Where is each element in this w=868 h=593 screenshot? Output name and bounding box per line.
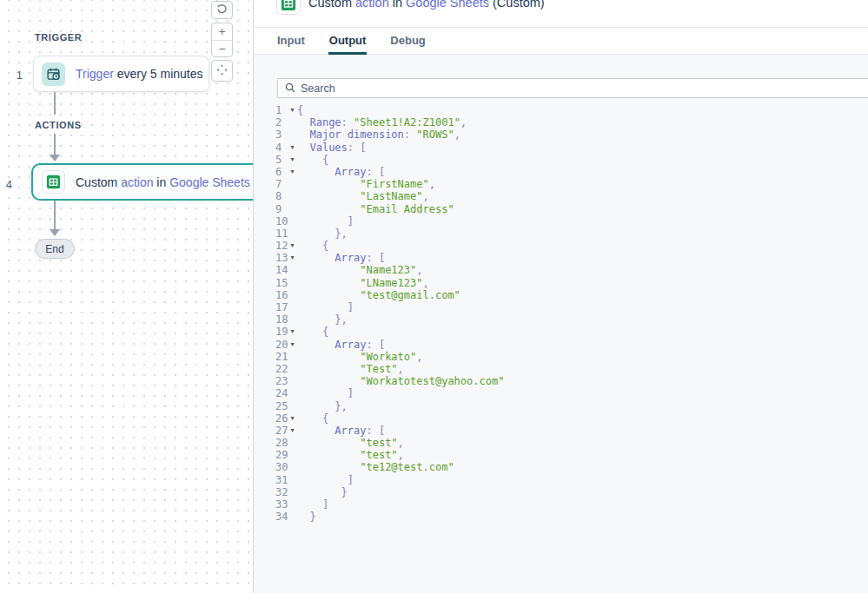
link-text[interactable]: Trigger bbox=[76, 67, 114, 81]
line-number: 11 bbox=[254, 227, 288, 240]
code-text: Array: [ bbox=[297, 425, 385, 437]
code-line: 29 "test", bbox=[254, 449, 868, 461]
search-input[interactable] bbox=[301, 82, 822, 95]
code-line: 24 ] bbox=[254, 387, 868, 399]
line-number: 16 bbox=[254, 289, 288, 301]
connector-line bbox=[54, 134, 56, 155]
json-output-viewer: 1▾{2 Range: "Sheet1!A2:Z1001",3 Major di… bbox=[254, 104, 868, 523]
line-number: 24 bbox=[254, 387, 288, 399]
code-line: 27▾ Array: [ bbox=[254, 425, 868, 437]
plain-text: Custom bbox=[308, 0, 355, 10]
code-text: Values: [ bbox=[297, 142, 367, 154]
line-number: 26 bbox=[254, 412, 288, 425]
tab-debug[interactable]: Debug bbox=[389, 28, 426, 55]
arrow-spacer bbox=[288, 375, 297, 387]
code-line: 13▾ Array: [ bbox=[254, 252, 868, 264]
collapse-arrow-icon[interactable]: ▾ bbox=[288, 425, 297, 437]
code-text: } bbox=[297, 511, 316, 523]
code-line: 20▾ Array: [ bbox=[254, 339, 868, 351]
zoom-out-button[interactable]: − bbox=[212, 41, 232, 57]
code-text: "Name123", bbox=[297, 264, 423, 276]
google-sheets-icon bbox=[42, 170, 65, 194]
link-text[interactable]: action bbox=[121, 175, 153, 189]
plain-text: in bbox=[153, 175, 169, 189]
reset-zoom-button[interactable] bbox=[211, 1, 233, 19]
code-text: "Test", bbox=[297, 363, 404, 375]
arrow-spacer bbox=[288, 351, 297, 363]
code-line: 5▾ { bbox=[254, 154, 868, 166]
reset-zoom-icon bbox=[216, 3, 228, 18]
line-number: 21 bbox=[254, 351, 288, 363]
google-sheets-icon bbox=[276, 0, 301, 15]
line-number: 15 bbox=[254, 277, 288, 289]
line-number: 8 bbox=[254, 190, 288, 202]
trigger-node-label: Trigger every 5 minutes bbox=[76, 67, 203, 81]
move-icon bbox=[216, 63, 228, 79]
code-line: 17 ] bbox=[254, 301, 868, 313]
code-text: "LName123", bbox=[297, 277, 429, 289]
code-text: { bbox=[297, 240, 328, 252]
arrow-spacer bbox=[288, 461, 297, 473]
code-line: 2 Range: "Sheet1!A2:Z1001", bbox=[254, 116, 868, 128]
plain-text: Custom bbox=[76, 175, 121, 189]
code-line: 3 Major dimension: "ROWS", bbox=[254, 128, 868, 141]
code-text: "FirstName", bbox=[297, 178, 435, 190]
line-number: 6 bbox=[254, 166, 288, 178]
arrow-spacer bbox=[288, 289, 297, 301]
collapse-arrow-icon[interactable]: ▾ bbox=[288, 166, 297, 178]
trigger-step-number: 1 bbox=[7, 69, 23, 82]
end-node: End bbox=[35, 239, 75, 259]
connector-arrow bbox=[50, 155, 60, 161]
action-node-selected[interactable]: Custom action in Google Sheets (Custom) bbox=[31, 163, 253, 201]
connector-line bbox=[54, 92, 56, 115]
code-text: ] bbox=[297, 301, 354, 313]
line-number: 1 bbox=[254, 104, 288, 116]
plain-text: every 5 minutes bbox=[114, 67, 203, 81]
link-text[interactable]: Google Sheets bbox=[406, 0, 489, 10]
collapse-arrow-icon[interactable]: ▾ bbox=[288, 252, 297, 264]
trigger-node[interactable]: Trigger every 5 minutes bbox=[33, 56, 209, 92]
workflow-canvas[interactable]: + − TRIGGER 1 bbox=[0, 0, 253, 593]
collapse-arrow-icon[interactable]: ▾ bbox=[288, 154, 297, 166]
line-number: 4 bbox=[254, 142, 288, 154]
code-text: }, bbox=[297, 227, 348, 240]
code-line: 21 "Workato", bbox=[254, 351, 868, 363]
move-node-button[interactable] bbox=[211, 60, 233, 82]
arrow-spacer bbox=[288, 215, 297, 227]
code-text: "Email Address" bbox=[297, 203, 454, 215]
collapse-arrow-icon[interactable]: ▾ bbox=[288, 339, 297, 351]
line-number: 10 bbox=[254, 215, 288, 227]
collapse-arrow-icon[interactable]: ▾ bbox=[288, 326, 297, 338]
arrow-spacer bbox=[288, 437, 297, 449]
code-text: "test", bbox=[297, 437, 404, 449]
link-text[interactable]: action bbox=[355, 0, 389, 10]
code-text: ] bbox=[297, 387, 354, 399]
code-line: 9 "Email Address" bbox=[254, 203, 868, 215]
collapse-arrow-icon[interactable]: ▾ bbox=[288, 104, 297, 116]
step-details-panel: Custom action in Google Sheets (Custom) … bbox=[253, 0, 868, 593]
code-text: "te12@test.com" bbox=[297, 461, 454, 473]
line-number: 27 bbox=[254, 425, 288, 437]
line-number: 7 bbox=[254, 178, 288, 190]
action-step-number: 4 bbox=[0, 178, 12, 191]
collapse-arrow-icon[interactable]: ▾ bbox=[288, 142, 297, 154]
connector-line bbox=[54, 201, 56, 229]
line-number: 3 bbox=[254, 128, 288, 141]
code-text: { bbox=[297, 154, 328, 166]
code-text: { bbox=[297, 412, 328, 425]
collapse-arrow-icon[interactable]: ▾ bbox=[288, 412, 297, 425]
collapse-arrow-icon[interactable]: ▾ bbox=[288, 240, 297, 252]
code-line: 14 "Name123", bbox=[254, 264, 868, 276]
trigger-section-label: TRIGGER bbox=[35, 32, 82, 43]
code-line: 31 ] bbox=[254, 474, 868, 486]
search-box[interactable] bbox=[277, 78, 868, 98]
link-text[interactable]: Google Sheets bbox=[169, 175, 250, 189]
zoom-in-button[interactable]: + bbox=[212, 23, 232, 41]
code-text: Major dimension: "ROWS", bbox=[297, 128, 461, 141]
code-text: Array: [ bbox=[297, 339, 385, 351]
tab-input[interactable]: Input bbox=[276, 28, 306, 55]
tab-output[interactable]: Output bbox=[328, 28, 368, 55]
code-text: ] bbox=[297, 498, 328, 511]
code-text: "test@gmail.com" bbox=[297, 289, 461, 301]
line-number: 22 bbox=[254, 363, 288, 375]
